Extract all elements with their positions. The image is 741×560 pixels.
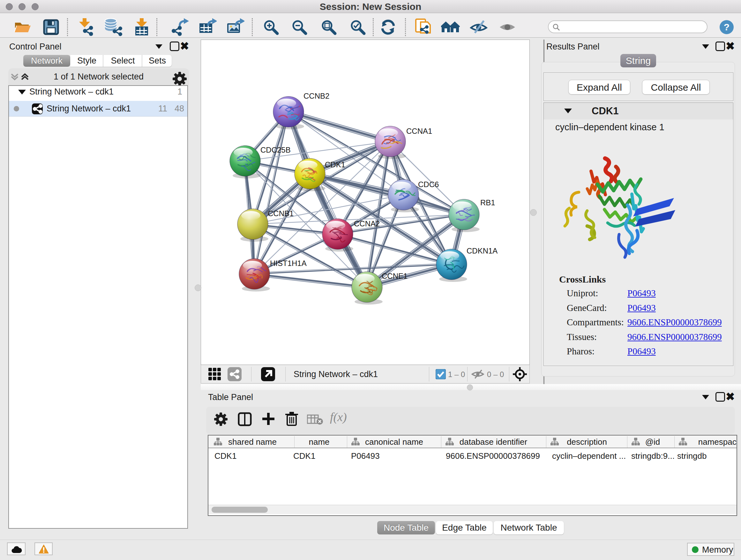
svg-text:CDC25B: CDC25B <box>260 145 291 154</box>
svg-text:CCNA2: CCNA2 <box>354 219 380 228</box>
svg-text:CCNB1: CCNB1 <box>268 209 293 218</box>
svg-text:CDKN1A: CDKN1A <box>467 246 497 255</box>
svg-text:CDC6: CDC6 <box>418 180 439 189</box>
svg-text:?: ? <box>724 22 730 32</box>
svg-text:RB1: RB1 <box>480 198 495 207</box>
svg-text:CCNE1: CCNE1 <box>382 272 408 280</box>
svg-text:CCNB2: CCNB2 <box>304 91 329 100</box>
svg-text:HIST1H1A: HIST1H1A <box>270 259 307 267</box>
svg-text:CCNA1: CCNA1 <box>406 127 432 135</box>
svg-text:CDK1: CDK1 <box>325 160 345 169</box>
